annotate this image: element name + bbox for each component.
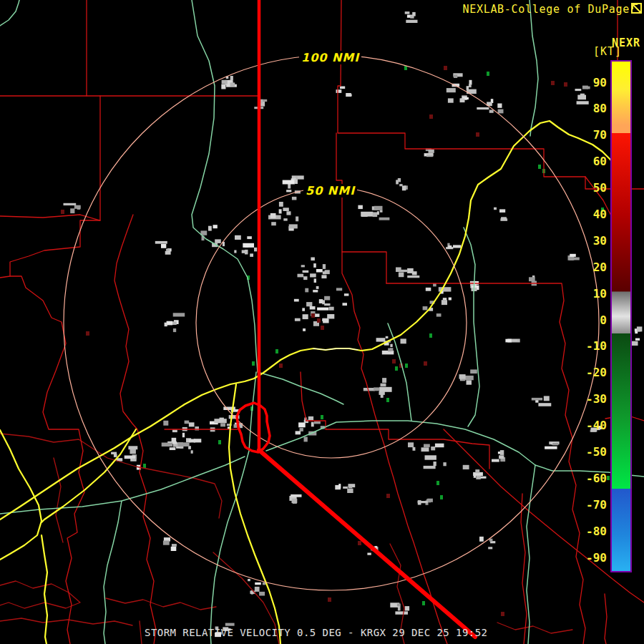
radar-echo: [247, 236, 252, 239]
radar-echo: [467, 86, 469, 90]
radar-echo: [310, 306, 316, 310]
radar-echo: [379, 218, 390, 220]
radar-echo-inbound: [501, 612, 504, 616]
radar-echo: [308, 416, 313, 420]
radar-echo: [407, 268, 414, 273]
radar-echo: [489, 110, 494, 113]
radar-echo-inbound: [311, 313, 315, 318]
radar-echo: [459, 374, 466, 379]
radar-echo-outbound: [321, 415, 323, 419]
radar-echo-inbound: [392, 359, 396, 364]
radar-echo: [254, 248, 257, 252]
radar-echo: [313, 290, 318, 292]
radar-echo: [220, 418, 224, 422]
radar-echo: [304, 437, 308, 442]
radar-echo: [488, 547, 492, 549]
radar-echo: [185, 421, 190, 424]
radar-echo: [402, 185, 406, 190]
radar-echo: [470, 369, 477, 374]
radar-echo: [215, 239, 221, 243]
radar-echo: [479, 537, 484, 542]
radar-echo: [361, 214, 368, 217]
highway-green-line: [0, 457, 245, 514]
radar-echo: [316, 286, 319, 289]
radar-echo: [321, 275, 326, 278]
nexlab-logo-icon: [631, 3, 642, 14]
radar-echo: [225, 623, 235, 626]
radar-echo: [155, 241, 167, 244]
radar-echo: [492, 459, 499, 462]
radar-echo: [376, 338, 386, 341]
radar-echo: [448, 245, 452, 248]
radar-echo: [213, 225, 218, 228]
radar-echo: [344, 293, 349, 296]
radar-echo: [303, 314, 308, 319]
radar-echo: [336, 288, 342, 291]
colorbar-tick-label: -10: [570, 339, 607, 353]
radar-echo: [163, 541, 170, 545]
radar-echo: [125, 456, 136, 459]
range-ring-label-100nmi: 100 NMI: [299, 51, 361, 64]
radar-echo: [314, 421, 321, 424]
radar-echo: [426, 288, 431, 291]
radar-echo: [171, 547, 177, 551]
radar-echo: [348, 486, 353, 489]
radar-echo: [421, 447, 429, 452]
radar-echo: [288, 184, 291, 189]
radar-echo: [306, 302, 312, 306]
velocity-colorbar: [610, 60, 632, 572]
radar-echo-inbound: [328, 597, 331, 602]
colorbar-tick-label: 0: [570, 313, 607, 328]
radar-echo-inbound: [321, 326, 324, 330]
radar-echo-inbound: [61, 210, 64, 214]
radar-echo: [399, 273, 404, 278]
colorbar-tick-label: 60: [570, 155, 607, 169]
road-line: [497, 623, 572, 633]
radar-echo: [173, 328, 176, 332]
radar-echo: [443, 462, 446, 466]
highway-green-line: [527, 465, 535, 644]
radar-echo: [449, 298, 452, 301]
county-boundary-line: [386, 283, 585, 644]
radar-echo: [460, 98, 465, 102]
radar-echo: [406, 20, 417, 23]
radar-echo: [323, 264, 326, 269]
radar-echo-outbound: [422, 601, 425, 605]
radar-echo: [336, 89, 342, 93]
colorbar-tick-label: -90: [570, 551, 607, 565]
page-title: NEXLAB-College of DuPage: [462, 3, 630, 16]
radar-echo: [398, 178, 401, 182]
highway-yellow-line: [42, 535, 47, 644]
radar-echo: [283, 208, 288, 211]
radar-echo: [340, 87, 345, 89]
radar-echo: [300, 428, 303, 431]
radar-echo: [425, 455, 436, 459]
radar-map-canvas: [0, 0, 644, 644]
radar-echo-outbound: [429, 333, 432, 338]
radar-echo: [173, 313, 185, 316]
radar-echo: [454, 74, 457, 78]
radar-echo: [436, 313, 441, 317]
colorbar-tick-label: -20: [570, 366, 607, 380]
radar-echo: [234, 424, 238, 428]
radar-echo: [305, 288, 308, 293]
radar-echo: [178, 442, 190, 447]
county-boundary-line: [306, 421, 489, 469]
radar-echo: [405, 606, 409, 610]
radar-echo: [498, 109, 504, 114]
radar-echo: [529, 277, 535, 281]
warning-line-diagonal: [259, 450, 475, 637]
road-line: [54, 458, 63, 542]
radar-echo: [570, 254, 576, 257]
colorbar-tick-label: 90: [570, 76, 607, 90]
radar-echo: [191, 450, 193, 454]
radar-echo: [255, 587, 260, 592]
road-line: [0, 618, 132, 625]
radar-echo: [474, 474, 476, 478]
highway-yellow-line: [0, 121, 620, 519]
radar-echo: [165, 251, 171, 255]
radar-echo-outbound: [538, 165, 541, 169]
radar-echo: [296, 431, 301, 434]
radar-echo-inbound: [424, 361, 427, 366]
radar-echo: [401, 338, 406, 343]
